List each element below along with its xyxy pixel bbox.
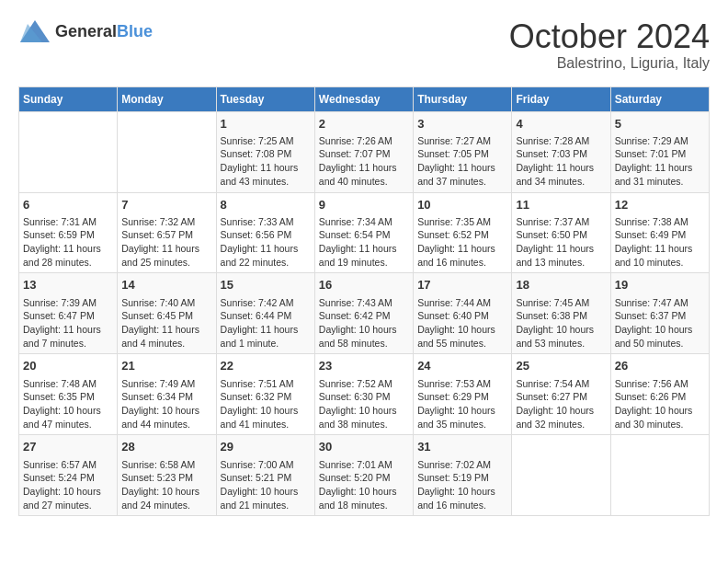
daylight-text: Daylight: 11 hours and 34 minutes. xyxy=(516,161,606,188)
day-number: 31 xyxy=(417,439,507,455)
daylight-text: Daylight: 10 hours and 55 minutes. xyxy=(417,323,507,350)
calendar-cell: 15Sunrise: 7:42 AMSunset: 6:44 PMDayligh… xyxy=(216,273,314,354)
sunrise-text: Sunrise: 6:57 AM xyxy=(23,458,113,472)
daylight-text: Daylight: 10 hours and 18 minutes. xyxy=(319,485,409,511)
sunrise-text: Sunrise: 7:51 AM xyxy=(221,377,311,391)
day-number: 20 xyxy=(23,358,113,374)
day-number: 22 xyxy=(221,358,311,374)
day-number: 30 xyxy=(319,439,409,455)
daylight-text: Daylight: 10 hours and 41 minutes. xyxy=(221,404,311,431)
day-of-week-header: Friday xyxy=(512,86,610,111)
sunrise-text: Sunrise: 7:49 AM xyxy=(121,377,211,391)
daylight-text: Daylight: 11 hours and 43 minutes. xyxy=(221,161,311,188)
calendar-cell: 13Sunrise: 7:39 AMSunset: 6:47 PMDayligh… xyxy=(19,273,118,354)
daylight-text: Daylight: 11 hours and 31 minutes. xyxy=(615,161,705,188)
daylight-text: Daylight: 10 hours and 44 minutes. xyxy=(121,404,211,431)
sunrise-text: Sunrise: 7:32 AM xyxy=(121,215,211,229)
day-number: 13 xyxy=(23,277,113,293)
calendar-cell: 4Sunrise: 7:28 AMSunset: 7:03 PMDaylight… xyxy=(512,111,610,192)
calendar-cell: 18Sunrise: 7:45 AMSunset: 6:38 PMDayligh… xyxy=(512,273,610,354)
daylight-text: Daylight: 10 hours and 50 minutes. xyxy=(615,323,705,350)
sunrise-text: Sunrise: 7:45 AM xyxy=(516,296,606,310)
daylight-text: Daylight: 11 hours and 1 minute. xyxy=(221,323,311,350)
daylight-text: Daylight: 11 hours and 10 minutes. xyxy=(615,242,705,269)
logo-blue: Blue xyxy=(117,22,153,40)
sunrise-text: Sunrise: 7:25 AM xyxy=(221,134,311,148)
calendar-cell: 14Sunrise: 7:40 AMSunset: 6:45 PMDayligh… xyxy=(118,273,216,354)
calendar-cell: 3Sunrise: 7:27 AMSunset: 7:05 PMDaylight… xyxy=(414,111,512,192)
calendar-cell xyxy=(610,435,709,516)
sunset-text: Sunset: 7:07 PM xyxy=(319,147,409,161)
day-number: 29 xyxy=(221,439,311,455)
logo: GeneralBlue xyxy=(18,18,153,44)
sunset-text: Sunset: 7:05 PM xyxy=(417,147,507,161)
calendar-cell: 26Sunrise: 7:56 AMSunset: 6:26 PMDayligh… xyxy=(610,354,709,435)
day-number: 8 xyxy=(221,197,311,213)
calendar-cell: 24Sunrise: 7:53 AMSunset: 6:29 PMDayligh… xyxy=(414,354,512,435)
sunrise-text: Sunrise: 7:27 AM xyxy=(417,134,507,148)
sunset-text: Sunset: 6:26 PM xyxy=(615,390,705,404)
sunset-text: Sunset: 6:29 PM xyxy=(417,390,507,404)
daylight-text: Daylight: 10 hours and 38 minutes. xyxy=(319,404,409,431)
sunset-text: Sunset: 6:50 PM xyxy=(516,228,606,242)
sunset-text: Sunset: 6:30 PM xyxy=(319,390,409,404)
daylight-text: Daylight: 11 hours and 37 minutes. xyxy=(417,161,507,188)
sunset-text: Sunset: 6:42 PM xyxy=(319,309,409,323)
sunset-text: Sunset: 6:32 PM xyxy=(221,390,311,404)
sunset-text: Sunset: 5:24 PM xyxy=(23,471,113,485)
day-number: 23 xyxy=(319,358,409,374)
calendar-cell: 17Sunrise: 7:44 AMSunset: 6:40 PMDayligh… xyxy=(414,273,512,354)
day-of-week-header: Thursday xyxy=(414,86,512,111)
day-number: 4 xyxy=(516,116,606,132)
daylight-text: Daylight: 10 hours and 24 minutes. xyxy=(121,485,211,511)
calendar-cell: 10Sunrise: 7:35 AMSunset: 6:52 PMDayligh… xyxy=(414,192,512,273)
sunrise-text: Sunrise: 6:58 AM xyxy=(121,458,211,472)
daylight-text: Daylight: 11 hours and 4 minutes. xyxy=(121,323,211,350)
calendar-cell: 25Sunrise: 7:54 AMSunset: 6:27 PMDayligh… xyxy=(512,354,610,435)
day-of-week-header: Monday xyxy=(118,86,216,111)
calendar-week-row: 6Sunrise: 7:31 AMSunset: 6:59 PMDaylight… xyxy=(19,192,710,273)
day-number: 7 xyxy=(121,197,211,213)
daylight-text: Daylight: 10 hours and 47 minutes. xyxy=(23,404,113,431)
sunrise-text: Sunrise: 7:43 AM xyxy=(319,296,409,310)
daylight-text: Daylight: 10 hours and 27 minutes. xyxy=(23,485,113,511)
day-of-week-header: Wednesday xyxy=(314,86,413,111)
daylight-text: Daylight: 11 hours and 7 minutes. xyxy=(23,323,113,350)
day-number: 15 xyxy=(221,277,311,293)
sunset-text: Sunset: 6:37 PM xyxy=(615,309,705,323)
daylight-text: Daylight: 11 hours and 16 minutes. xyxy=(417,242,507,269)
day-of-week-header: Saturday xyxy=(610,86,709,111)
sunrise-text: Sunrise: 7:34 AM xyxy=(319,215,409,229)
calendar-cell: 7Sunrise: 7:32 AMSunset: 6:57 PMDaylight… xyxy=(118,192,216,273)
sunset-text: Sunset: 6:45 PM xyxy=(121,309,211,323)
day-number: 9 xyxy=(319,197,409,213)
calendar-week-row: 13Sunrise: 7:39 AMSunset: 6:47 PMDayligh… xyxy=(19,273,710,354)
sunrise-text: Sunrise: 7:39 AM xyxy=(23,296,113,310)
day-number: 26 xyxy=(615,358,705,374)
daylight-text: Daylight: 10 hours and 35 minutes. xyxy=(417,404,507,431)
sunrise-text: Sunrise: 7:53 AM xyxy=(417,377,507,391)
sunrise-text: Sunrise: 7:56 AM xyxy=(615,377,705,391)
month-title: October 2024 xyxy=(509,18,710,55)
daylight-text: Daylight: 10 hours and 53 minutes. xyxy=(516,323,606,350)
sunset-text: Sunset: 6:27 PM xyxy=(516,390,606,404)
sunrise-text: Sunrise: 7:29 AM xyxy=(615,134,705,148)
sunrise-text: Sunrise: 7:48 AM xyxy=(23,377,113,391)
calendar-cell: 2Sunrise: 7:26 AMSunset: 7:07 PMDaylight… xyxy=(314,111,413,192)
calendar-cell xyxy=(512,435,610,516)
sunrise-text: Sunrise: 7:38 AM xyxy=(615,215,705,229)
sunset-text: Sunset: 6:35 PM xyxy=(23,390,113,404)
sunset-text: Sunset: 6:56 PM xyxy=(221,228,311,242)
sunset-text: Sunset: 7:08 PM xyxy=(221,147,311,161)
calendar-cell: 5Sunrise: 7:29 AMSunset: 7:01 PMDaylight… xyxy=(610,111,709,192)
sunset-text: Sunset: 6:59 PM xyxy=(23,228,113,242)
day-number: 5 xyxy=(615,116,705,132)
daylight-text: Daylight: 10 hours and 32 minutes. xyxy=(516,404,606,431)
calendar-cell: 28Sunrise: 6:58 AMSunset: 5:23 PMDayligh… xyxy=(118,435,216,516)
title-block: October 2024 Balestrino, Liguria, Italy xyxy=(509,18,710,72)
sunrise-text: Sunrise: 7:31 AM xyxy=(23,215,113,229)
sunrise-text: Sunrise: 7:47 AM xyxy=(615,296,705,310)
calendar-cell: 27Sunrise: 6:57 AMSunset: 5:24 PMDayligh… xyxy=(19,435,118,516)
sunrise-text: Sunrise: 7:44 AM xyxy=(417,296,507,310)
sunset-text: Sunset: 6:54 PM xyxy=(319,228,409,242)
